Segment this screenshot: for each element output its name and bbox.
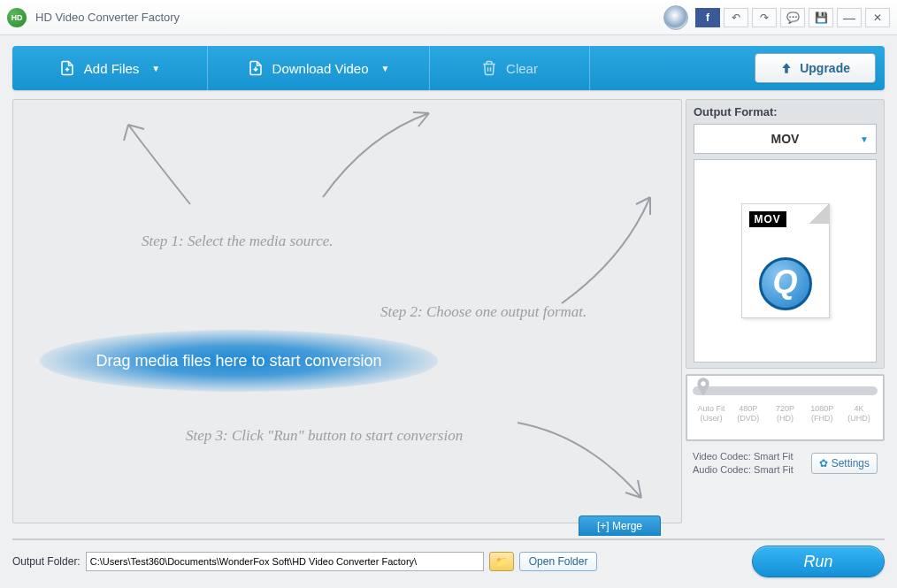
clear-button[interactable]: Clear bbox=[430, 46, 589, 90]
resolution-option[interactable]: 720P(HD) bbox=[767, 404, 804, 424]
drop-canvas[interactable]: Step 1: Select the media source. Step 2:… bbox=[12, 99, 682, 523]
arrow-sketch bbox=[509, 409, 659, 515]
format-preview: MOV bbox=[694, 159, 877, 363]
chevron-down-icon: ▼ bbox=[381, 64, 390, 73]
facebook-button[interactable]: f bbox=[695, 8, 720, 27]
run-button[interactable]: Run bbox=[752, 546, 885, 577]
step2-text: Step 2: Choose one output format. bbox=[380, 303, 586, 321]
video-codec-label: Video Codec: Smart Fit bbox=[693, 450, 811, 463]
resolution-option[interactable]: Auto Fit(User) bbox=[693, 404, 730, 424]
feedback-icon[interactable]: 💬 bbox=[780, 8, 805, 27]
add-files-label: Add Files bbox=[84, 61, 140, 76]
open-folder-button[interactable]: Open Folder bbox=[519, 552, 598, 571]
slider-pin-icon[interactable] bbox=[696, 378, 710, 397]
upgrade-button[interactable]: Upgrade bbox=[755, 53, 876, 83]
mov-file-icon: MOV bbox=[741, 203, 830, 318]
chevron-down-icon: ▼ bbox=[860, 134, 869, 144]
redo-icon[interactable]: ↷ bbox=[752, 8, 777, 27]
download-video-button[interactable]: Download Video ▼ bbox=[208, 46, 429, 90]
resolution-option[interactable]: 1080P(FHD) bbox=[803, 404, 840, 424]
download-icon bbox=[248, 60, 264, 76]
disc-icon[interactable] bbox=[663, 5, 688, 30]
output-folder-path[interactable] bbox=[86, 552, 484, 571]
trash-icon bbox=[481, 60, 497, 76]
arrow-sketch bbox=[544, 179, 668, 312]
app-logo: HD bbox=[7, 8, 27, 27]
chevron-down-icon: ▼ bbox=[151, 64, 160, 73]
resolution-option[interactable]: 480P(DVD) bbox=[730, 404, 767, 424]
audio-codec-label: Audio Codec: Smart Fit bbox=[693, 463, 811, 477]
output-format-title: Output Format: bbox=[694, 105, 877, 118]
quicktime-icon bbox=[759, 257, 812, 310]
arrow-sketch bbox=[102, 107, 208, 213]
settings-button[interactable]: Settings bbox=[811, 453, 878, 474]
download-video-label: Download Video bbox=[272, 61, 369, 76]
output-panel: Output Format: MOV ▼ MOV Auto Fit(User)4… bbox=[686, 99, 885, 523]
resolution-slider[interactable]: Auto Fit(User)480P(DVD)720P(HD)1080P(FHD… bbox=[686, 375, 884, 440]
add-files-button[interactable]: Add Files ▼ bbox=[12, 46, 207, 90]
clear-label: Clear bbox=[506, 61, 538, 76]
arrow-sketch bbox=[305, 100, 447, 206]
app-title: HD Video Converter Factory bbox=[35, 11, 663, 24]
drop-hint[interactable]: Drag media files here to start conversio… bbox=[40, 330, 438, 392]
mov-badge: MOV bbox=[749, 211, 786, 227]
upgrade-arrow-icon bbox=[780, 62, 793, 74]
add-file-icon bbox=[59, 60, 75, 76]
resolution-option[interactable]: 4K(UHD) bbox=[840, 404, 878, 424]
minimize-button[interactable]: — bbox=[837, 8, 862, 27]
format-dropdown[interactable]: MOV ▼ bbox=[694, 124, 877, 154]
save-icon[interactable]: 💾 bbox=[809, 8, 833, 27]
bottom-bar: [+] Merge Output Folder: 📁 Open Folder R… bbox=[0, 538, 897, 588]
svg-point-3 bbox=[701, 381, 705, 386]
titlebar: HD HD Video Converter Factory f ↶ ↷ 💬 💾 … bbox=[0, 0, 897, 35]
output-folder-label: Output Folder: bbox=[12, 555, 80, 568]
step3-text: Step 3: Click "Run" button to start conv… bbox=[186, 427, 463, 445]
undo-icon[interactable]: ↶ bbox=[724, 8, 748, 27]
close-button[interactable]: ✕ bbox=[865, 8, 890, 27]
browse-folder-button[interactable]: 📁 bbox=[489, 552, 514, 571]
main-toolbar: Add Files ▼ Download Video ▼ Clear Upgra… bbox=[12, 46, 885, 90]
upgrade-label: Upgrade bbox=[800, 61, 850, 75]
step1-text: Step 1: Select the media source. bbox=[142, 233, 334, 250]
merge-button[interactable]: [+] Merge bbox=[579, 515, 661, 536]
format-selected: MOV bbox=[771, 132, 800, 146]
